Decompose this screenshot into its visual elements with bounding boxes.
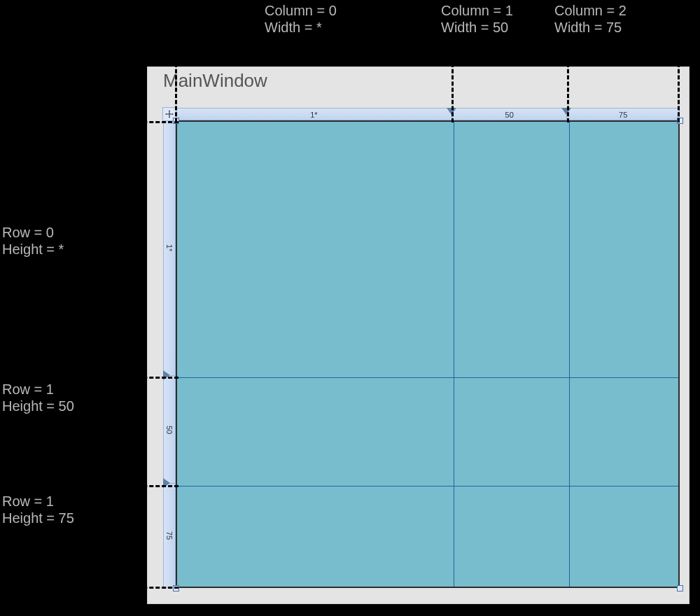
- row-index-label: Row = 0: [2, 224, 64, 241]
- column-index-label: Column = 0: [265, 2, 337, 19]
- row-ruler[interactable]: 1* 50 75: [163, 120, 176, 588]
- row-height-label: Height = 50: [2, 398, 74, 414]
- column-1-annotation: Column = 1 Width = 50: [441, 2, 513, 36]
- column-ruler-segment-0[interactable]: 1*: [176, 108, 452, 120]
- row-2-annotation: Row = 1 Height = 75: [2, 493, 74, 526]
- column-width-label: Width = *: [265, 19, 337, 36]
- column-index-label: Column = 1: [441, 2, 513, 19]
- column-width-label: Width = 50: [441, 19, 513, 36]
- row-ruler-label: 1*: [165, 244, 174, 251]
- grid-surface[interactable]: [176, 120, 680, 588]
- grid-column-line: [569, 122, 570, 587]
- column-ruler-label: 50: [505, 111, 514, 119]
- row-0-start-line: [80, 121, 178, 123]
- column-width-label: Width = 75: [554, 19, 626, 36]
- grid-row-line: [177, 377, 678, 378]
- column-0-start-line: [175, 38, 177, 122]
- row-ruler-label: 50: [165, 426, 174, 434]
- row-1-annotation: Row = 1 Height = 50: [2, 381, 74, 414]
- grid-column-line: [454, 122, 454, 587]
- row-1-end-line: [80, 485, 178, 487]
- column-2-annotation: Column = 2 Width = 75: [554, 2, 626, 36]
- row-0-annotation: Row = 0 Height = *: [2, 224, 64, 258]
- row-index-label: Row = 1: [2, 493, 74, 510]
- column-0-end-line: [451, 38, 454, 122]
- designer-window: MainWindow 1* 50 75 1* 50 75: [147, 66, 690, 604]
- row-height-label: Height = 75: [2, 510, 74, 526]
- column-2-end-line: [678, 38, 680, 122]
- column-0-annotation: Column = 0 Width = *: [265, 2, 337, 36]
- column-ruler-segment-1[interactable]: 50: [452, 108, 568, 120]
- row-ruler-segment-2[interactable]: 75: [164, 484, 175, 587]
- row-ruler-label: 75: [165, 531, 174, 540]
- row-index-label: Row = 1: [2, 381, 74, 398]
- row-ruler-segment-1[interactable]: 50: [164, 376, 175, 484]
- row-height-label: Height = *: [2, 241, 64, 258]
- row-ruler-segment-0[interactable]: 1*: [164, 121, 175, 376]
- column-index-label: Column = 2: [554, 2, 626, 19]
- column-ruler-label: 75: [619, 111, 627, 119]
- column-1-end-line: [567, 38, 569, 122]
- row-2-end-line: [80, 587, 178, 589]
- row-0-end-line: [80, 377, 178, 379]
- column-ruler-segment-2[interactable]: 75: [567, 108, 679, 120]
- column-ruler-label: 1*: [310, 111, 317, 119]
- column-ruler[interactable]: 1* 50 75: [176, 108, 680, 120]
- grid-row-line: [177, 486, 678, 486]
- window-title: MainWindow: [163, 70, 267, 92]
- resize-handle-br[interactable]: [677, 585, 683, 592]
